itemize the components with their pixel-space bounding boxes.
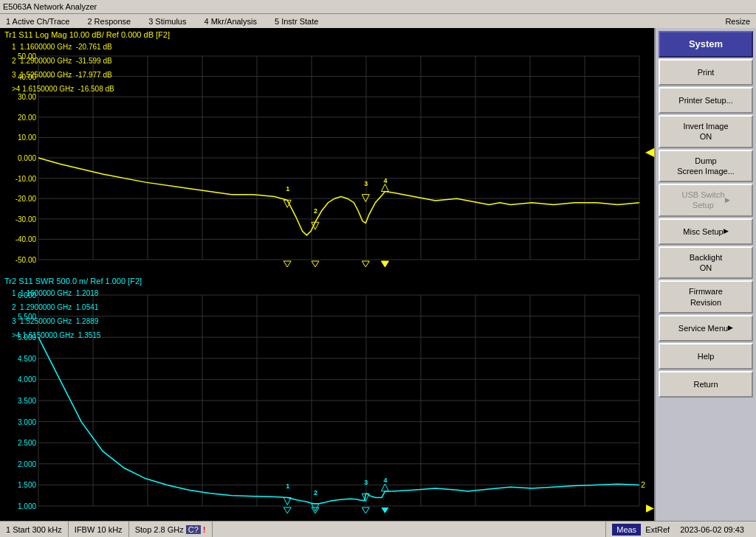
- status-meas-segment: Meas ExtRef 2023-06-02 09:43: [605, 522, 756, 537]
- status-stop: Stop 2.8 GHz C? !: [129, 522, 213, 537]
- invert-image-button[interactable]: Invert ImageON: [659, 115, 753, 148]
- status-channel: C?: [186, 525, 201, 534]
- status-extref: ExtRef: [641, 524, 674, 536]
- main-area: Tr1 S11 Log Mag 10.00 dB/ Ref 0.000 dB […: [0, 28, 756, 521]
- menu-response[interactable]: 2 Response: [84, 16, 134, 27]
- status-meas: Meas: [612, 524, 641, 536]
- menu-mkr-analysis[interactable]: 4 Mkr/Analysis: [201, 16, 260, 27]
- return-button[interactable]: Return: [659, 371, 753, 398]
- chart-top: Tr1 S11 Log Mag 10.00 dB/ Ref 0.000 dB […: [0, 28, 654, 274]
- menu-bar: 1 Active Ch/Trace 2 Response 3 Stimulus …: [0, 13, 756, 28]
- firmware-revision-button[interactable]: FirmwareRevision: [659, 280, 753, 313]
- usb-switch-button[interactable]: USB SwitchSetup: [659, 184, 753, 217]
- title-bar: E5063A Network Analyzer: [0, 0, 756, 13]
- resize-button[interactable]: Resize: [722, 16, 753, 27]
- status-stop-label: Stop 2.8 GHz: [135, 525, 184, 534]
- status-ifbw-label: IFBW 10 kHz: [75, 525, 123, 534]
- backlight-button[interactable]: BacklightON: [659, 246, 753, 280]
- dump-screen-button[interactable]: DumpScreen Image...: [659, 150, 753, 183]
- status-start: 1 Start 300 kHz: [0, 522, 69, 537]
- app-title: E5063A Network Analyzer: [3, 2, 97, 11]
- right-panel: System Print Printer Setup... Invert Ima…: [654, 28, 756, 521]
- help-button[interactable]: Help: [659, 343, 753, 370]
- misc-setup-button[interactable]: Misc Setup: [659, 218, 753, 245]
- menu-active-ch[interactable]: 1 Active Ch/Trace: [3, 16, 72, 27]
- status-start-label: 1 Start 300 kHz: [6, 525, 62, 534]
- menu-stimulus[interactable]: 3 Stimulus: [145, 16, 189, 27]
- status-datetime: 2023-06-02 09:43: [674, 524, 750, 536]
- menu-instr-state[interactable]: 5 Instr State: [272, 16, 321, 27]
- chart-bottom: Tr2 S11 SWR 500.0 m/ Ref 1.000 [F2] 1 1.…: [0, 274, 654, 521]
- service-menu-button[interactable]: Service Menu: [659, 315, 753, 342]
- status-ifbw: IFBW 10 kHz: [69, 522, 129, 537]
- print-button[interactable]: Print: [659, 59, 753, 86]
- system-header[interactable]: System: [659, 31, 753, 58]
- chart-area: Tr1 S11 Log Mag 10.00 dB/ Ref 0.000 dB […: [0, 28, 654, 521]
- status-exclaim: !: [203, 525, 206, 534]
- printer-setup-button[interactable]: Printer Setup...: [659, 87, 753, 114]
- status-bar: 1 Start 300 kHz IFBW 10 kHz Stop 2.8 GHz…: [0, 521, 756, 537]
